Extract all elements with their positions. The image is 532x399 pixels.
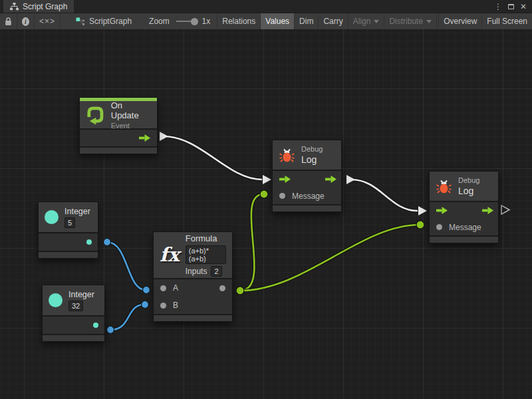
node-subtitle: Event [111,122,151,130]
node-category: Debug [301,145,323,153]
bug-icon [436,178,452,195]
node-footer [154,315,232,321]
formula-fx-icon: fx [160,245,180,265]
integer-circle-icon [49,293,63,307]
node-title: Integer [68,290,94,299]
distribute-label: Distribute [389,17,423,26]
node-ports: A B [154,279,232,314]
node-integer-32[interactable]: Integer 32 [42,285,105,342]
maximize-icon[interactable] [508,4,514,9]
node-title: On Update [111,100,151,120]
toggle-values[interactable]: Values [261,13,295,29]
toggle-carry[interactable]: Carry [319,13,348,29]
control-output-port[interactable] [482,207,493,214]
message-input-port[interactable] [279,193,285,199]
distribute-dropdown[interactable]: Distribute [384,13,437,29]
tab-title: Script Graph [23,2,67,11]
toggle-dim-label: Dim [299,17,313,26]
graph-name: ScriptGraph [89,17,132,26]
integer-output-port[interactable] [86,239,92,245]
align-dropdown[interactable]: Align [348,13,385,29]
port-a-label: A [173,283,178,293]
toggle-dim[interactable]: Dim [295,13,319,29]
node-header: Integer 5 [39,202,98,232]
node-ports [80,130,157,146]
node-ports: Message [273,171,341,204]
formula-expression-field[interactable]: (a+b)*(a+b) [186,245,226,264]
node-footer [43,335,104,341]
align-label: Align [353,17,371,26]
tab-script-graph[interactable]: Script Graph [3,0,74,13]
node-footer [430,237,498,243]
node-header: Debug Log [430,172,498,201]
formula-input-a-port[interactable] [160,285,166,291]
zoom-label: Zoom [149,17,170,26]
bug-icon [279,147,295,164]
node-on-update[interactable]: On Update Event [79,97,158,154]
integer-value-field[interactable]: 5 [65,217,75,228]
overview-label: Overview [444,17,477,26]
node-title: Log [301,154,323,165]
node-header: fx Formula (a+b)*(a+b) Inputs 2 [154,232,232,278]
control-output-port[interactable] [139,134,150,142]
fullscreen-button[interactable]: Full Screen [482,13,532,29]
node-category: Debug [458,176,479,184]
node-ports [43,317,104,334]
graph-breadcrumb[interactable]: ScriptGraph [71,13,132,29]
zoom-value: 1x [202,17,211,26]
inputs-label: Inputs [186,267,207,276]
node-header: Debug Log [273,140,341,170]
node-title: Formula [186,233,226,243]
node-footer [80,148,157,154]
zoom-slider[interactable] [176,21,196,22]
node-header: Integer 32 [43,285,104,315]
node-header: On Update Event [80,101,157,128]
node-footer [273,205,341,211]
formula-input-b-port[interactable] [160,303,166,309]
integer-circle-icon [45,210,59,224]
graph-hierarchy-icon [10,3,19,11]
node-footer [39,252,98,258]
formula-output-port[interactable] [219,285,225,291]
control-input-port[interactable] [436,207,448,214]
message-label: Message [292,192,325,201]
toggle-relations[interactable]: Relations [217,13,261,29]
window-titlebar: Script Graph ⋮ ✕ [0,0,532,13]
control-input-port[interactable] [279,176,291,183]
node-title: Log [458,186,479,196]
node-debug-log-1[interactable]: Debug Log Message [272,140,342,212]
overview-button[interactable]: Overview [438,13,482,29]
toggle-carry-label: Carry [323,17,342,26]
update-loop-icon [86,105,105,125]
script-graph-icon [76,17,85,26]
close-icon[interactable]: ✕ [520,3,527,11]
node-integer-5[interactable]: Integer 5 [38,201,98,259]
message-label: Message [449,223,481,232]
toggle-values-label: Values [265,17,289,26]
graph-toolbar: i <×> ScriptGraph Zoom 1x Relations Valu… [0,13,532,29]
zoom-slider-handle[interactable] [191,18,198,25]
control-output-port[interactable] [325,176,336,183]
node-title: Integer [65,207,90,216]
lock-button[interactable] [0,13,17,29]
lock-icon [5,17,12,26]
info-icon: i [22,17,29,26]
window-controls: ⋮ ✕ [494,0,532,13]
message-input-port[interactable] [436,224,442,230]
node-debug-log-2[interactable]: Debug Log Message [429,171,499,243]
integer-value-field[interactable]: 32 [68,301,83,311]
code-icon: <×> [39,17,55,26]
node-ports [39,233,98,251]
toggle-relations-label: Relations [222,17,255,26]
integer-output-port[interactable] [93,323,98,328]
port-b-label: B [173,301,178,310]
node-ports: Message [430,202,498,235]
info-button[interactable]: i [17,13,35,29]
dropdown-arrow-icon [426,20,432,23]
edit-source-button[interactable]: <×> [35,13,61,29]
inputs-count-field[interactable]: 2 [211,266,221,277]
fullscreen-label: Full Screen [487,17,527,26]
menu-kebab-icon[interactable]: ⋮ [494,3,502,11]
node-formula[interactable]: fx Formula (a+b)*(a+b) Inputs 2 A B [153,231,233,322]
dropdown-arrow-icon [374,20,379,23]
